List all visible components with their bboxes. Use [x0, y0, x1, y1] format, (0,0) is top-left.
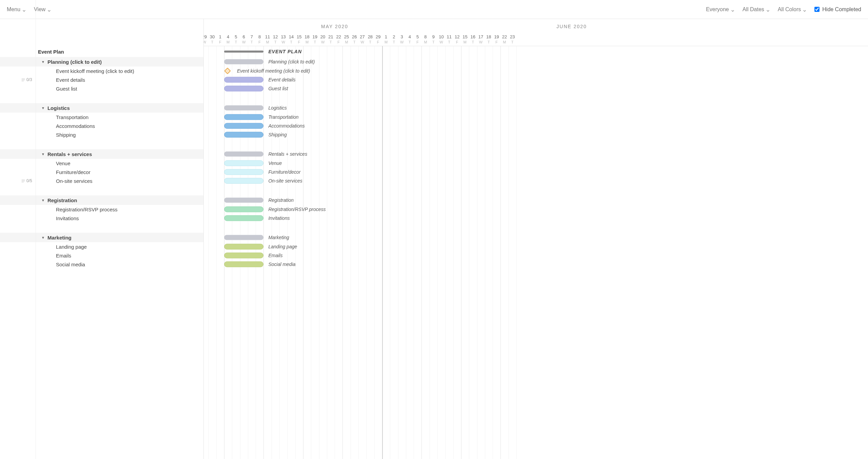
- task-row[interactable]: Landing page: [0, 242, 203, 251]
- task-bar[interactable]: [224, 114, 264, 120]
- task-row[interactable]: Invitations: [0, 214, 203, 223]
- task-bar[interactable]: [224, 77, 264, 83]
- task-row[interactable]: 0/3Event details: [0, 75, 203, 84]
- day-column[interactable]: 28T: [366, 32, 374, 46]
- day-column[interactable]: 14T: [287, 32, 295, 46]
- day-column[interactable]: 6W: [240, 32, 248, 46]
- task-bar[interactable]: [224, 215, 264, 221]
- day-column[interactable]: 11M: [263, 32, 271, 46]
- timeline-pane[interactable]: MAY 2020JUNE 2020 29W30T1F4M5T6W7T8F11M1…: [203, 19, 868, 459]
- task-row[interactable]: Guest list: [0, 84, 203, 93]
- task-row[interactable]: Furniture/decor: [0, 168, 203, 176]
- day-column[interactable]: 12T: [272, 32, 279, 46]
- day-column[interactable]: 23T: [509, 32, 516, 46]
- day-column[interactable]: 22F: [335, 32, 342, 46]
- task-row[interactable]: Shipping: [0, 130, 203, 139]
- milestone-icon[interactable]: [224, 68, 231, 74]
- project-summary-bar[interactable]: [224, 51, 264, 53]
- task-bar[interactable]: [224, 132, 264, 138]
- task-row[interactable]: Emails: [0, 251, 203, 260]
- day-column[interactable]: 17W: [477, 32, 485, 46]
- day-column[interactable]: 26T: [351, 32, 358, 46]
- task-bar[interactable]: [224, 123, 264, 129]
- day-column[interactable]: 22M: [500, 32, 508, 46]
- view-dropdown[interactable]: View: [34, 5, 51, 14]
- day-column[interactable]: 5F: [414, 32, 421, 46]
- day-column[interactable]: 15M: [461, 32, 469, 46]
- day-column[interactable]: 25M: [342, 32, 350, 46]
- day-column[interactable]: 3W: [398, 32, 406, 46]
- group-bar[interactable]: [224, 106, 264, 111]
- task-row[interactable]: 0/5On-site services: [0, 176, 203, 185]
- task-row[interactable]: Social media: [0, 260, 203, 269]
- collapse-icon[interactable]: ▼: [41, 60, 45, 64]
- day-column[interactable]: 11T: [445, 32, 453, 46]
- group-row[interactable]: ▼Registration: [0, 195, 203, 205]
- group-bar[interactable]: [224, 235, 264, 240]
- group-row[interactable]: ▼Logistics: [0, 103, 203, 113]
- timeline-row: Rentals + services: [204, 149, 868, 159]
- group-row[interactable]: ▼Marketing: [0, 233, 203, 242]
- day-column[interactable]: 27W: [358, 32, 366, 46]
- day-column[interactable]: 18T: [485, 32, 493, 46]
- group-bar[interactable]: [224, 152, 264, 157]
- hide-completed-checkbox[interactable]: [814, 7, 820, 12]
- task-bar[interactable]: [224, 253, 264, 259]
- day-column[interactable]: 8F: [256, 32, 263, 46]
- collapse-icon[interactable]: ▼: [41, 152, 45, 156]
- day-column[interactable]: 8M: [421, 32, 429, 46]
- project-row[interactable]: Event Plan: [0, 46, 203, 57]
- day-weekday: M: [461, 40, 469, 44]
- day-column[interactable]: 10W: [437, 32, 445, 46]
- day-column[interactable]: 4T: [406, 32, 414, 46]
- hide-completed-toggle[interactable]: Hide Completed: [814, 6, 861, 13]
- task-row[interactable]: Transportation: [0, 113, 203, 121]
- day-weekday: M: [382, 40, 390, 44]
- day-column[interactable]: 2T: [390, 32, 398, 46]
- day-number: 4: [406, 34, 414, 39]
- task-bar[interactable]: [224, 207, 264, 212]
- day-column[interactable]: 21T: [327, 32, 335, 46]
- day-column[interactable]: 30T: [208, 32, 216, 46]
- group-row[interactable]: ▼Planning (click to edit): [0, 57, 203, 66]
- task-bar[interactable]: [224, 169, 264, 175]
- task-bar[interactable]: [224, 244, 264, 250]
- group-row[interactable]: ▼Rentals + services: [0, 149, 203, 159]
- day-column[interactable]: 15F: [295, 32, 303, 46]
- task-bar[interactable]: [224, 160, 264, 166]
- checklist-badge[interactable]: 0/5: [21, 178, 32, 183]
- day-column[interactable]: 5T: [232, 32, 240, 46]
- day-column[interactable]: 20W: [319, 32, 327, 46]
- group-bar[interactable]: [224, 198, 264, 203]
- task-row[interactable]: Venue: [0, 159, 203, 168]
- dates-filter[interactable]: All Dates: [743, 5, 770, 14]
- day-column[interactable]: 16T: [469, 32, 477, 46]
- day-column[interactable]: 29F: [374, 32, 382, 46]
- day-column[interactable]: 9T: [430, 32, 437, 46]
- menu-dropdown[interactable]: Menu: [7, 5, 26, 14]
- collapse-icon[interactable]: ▼: [41, 236, 45, 240]
- everyone-filter[interactable]: Everyone: [706, 5, 734, 14]
- task-bar[interactable]: [224, 178, 264, 184]
- checklist-badge[interactable]: 0/3: [21, 77, 32, 82]
- task-bar[interactable]: [224, 262, 264, 267]
- day-column[interactable]: 18M: [303, 32, 311, 46]
- task-row[interactable]: Event kickoff meeting (click to edit): [0, 66, 203, 75]
- day-column[interactable]: 4M: [224, 32, 232, 46]
- task-row[interactable]: Accommodations: [0, 121, 203, 130]
- day-column[interactable]: 19F: [493, 32, 500, 46]
- colors-filter[interactable]: All Colors: [778, 5, 806, 14]
- day-number: 21: [327, 34, 335, 39]
- day-column[interactable]: 12F: [453, 32, 461, 46]
- day-column[interactable]: 29W: [203, 32, 208, 46]
- task-bar[interactable]: [224, 86, 264, 92]
- day-column[interactable]: 1M: [382, 32, 390, 46]
- day-column[interactable]: 19T: [311, 32, 319, 46]
- task-row[interactable]: Registration/RSVP process: [0, 205, 203, 214]
- collapse-icon[interactable]: ▼: [41, 198, 45, 202]
- collapse-icon[interactable]: ▼: [41, 106, 45, 110]
- group-bar[interactable]: [224, 59, 264, 64]
- day-column[interactable]: 1F: [216, 32, 224, 46]
- day-column[interactable]: 13W: [279, 32, 287, 46]
- day-column[interactable]: 7T: [248, 32, 256, 46]
